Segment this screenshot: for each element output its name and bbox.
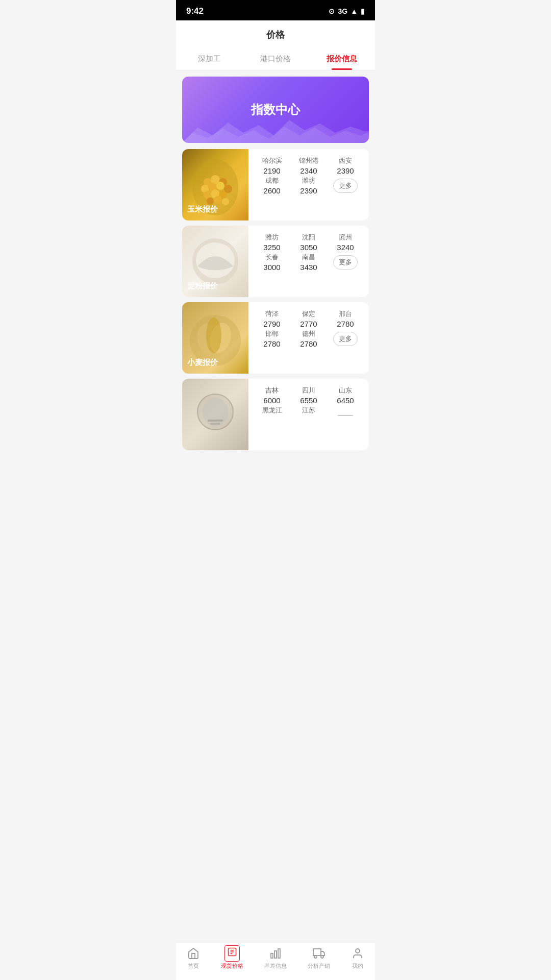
last-more-placeholder (328, 406, 363, 416)
city-chengdu: 成都 (255, 176, 289, 185)
corn-label: 玉米报价 (187, 205, 218, 214)
tab-quote-info[interactable]: 报价信息 (309, 48, 375, 70)
tab-deep-processing[interactable]: 深加工 (176, 48, 242, 70)
city-dezhou: 德州 (291, 329, 326, 338)
corn-more-btn[interactable]: 更多 (328, 176, 363, 195)
wheat-label: 小麦报价 (187, 358, 218, 368)
city-weifang-s: 潍坊 (255, 233, 289, 242)
city-jiangsu: 江苏 (291, 406, 326, 416)
starch-label: 淀粉报价 (187, 281, 218, 291)
svg-rect-24 (208, 420, 223, 422)
starch-image: 淀粉报价 (182, 226, 248, 297)
main-content: 指数中心 玉米报 (176, 70, 375, 497)
val-nanchang: 3430 (291, 263, 326, 272)
city-heze: 菏泽 (255, 309, 289, 318)
val-jinzhou: 2340 (291, 166, 326, 175)
corn-image: 玉米报价 (182, 149, 248, 220)
city-heilongjiang: 黑龙江 (255, 406, 289, 416)
city-shandong: 山东 (328, 386, 363, 395)
corn-price-card: 玉米报价 哈尔滨 锦州港 西安 2190 2340 2390 成都 潍坊 更多 … (182, 149, 369, 220)
corn-prices: 哈尔滨 锦州港 西安 2190 2340 2390 成都 潍坊 更多 2600 … (248, 149, 369, 220)
city-harbin: 哈尔滨 (255, 156, 289, 165)
val-dezhou: 2780 (291, 339, 326, 348)
val-sichuan: 6550 (291, 396, 326, 405)
val-chengdu: 2600 (255, 186, 289, 195)
val-changchun: 3000 (255, 263, 289, 272)
city-binzhou: 滨州 (328, 233, 363, 242)
city-changchun: 长春 (255, 253, 289, 262)
last-price-card: 吉林 四川 山东 6000 6550 6450 黑龙江 江苏 (182, 379, 369, 450)
svg-point-21 (206, 317, 221, 353)
index-center-banner[interactable]: 指数中心 (182, 77, 369, 143)
tab-bar: 深加工 港口价格 报价信息 (176, 48, 375, 70)
page-title: 价格 (176, 29, 375, 48)
svg-point-13 (207, 198, 214, 205)
val-xian: 2390 (328, 166, 363, 175)
signal-icon: ▲ (350, 7, 358, 15)
city-jilin: 吉林 (255, 386, 289, 395)
city-baoding: 保定 (291, 309, 326, 318)
starch-more-btn[interactable]: 更多 (328, 253, 363, 272)
val-handan: 2780 (255, 339, 289, 348)
city-shenyang: 沈阳 (291, 233, 326, 242)
city-handan: 邯郸 (255, 329, 289, 338)
svg-point-23 (203, 398, 228, 426)
wheat-price-card: 小麦报价 菏泽 保定 邢台 2790 2770 2780 邯郸 德州 更多 27… (182, 302, 369, 374)
val-binzhou: 3240 (328, 243, 363, 252)
banner-title: 指数中心 (251, 102, 300, 118)
val-harbin: 2190 (255, 166, 289, 175)
val-jilin: 6000 (255, 396, 289, 405)
svg-point-14 (214, 196, 222, 204)
network-label: 3G (338, 7, 347, 15)
val-baoding: 2770 (291, 320, 326, 328)
val-shandong: 6450 (328, 396, 363, 405)
svg-rect-25 (210, 423, 220, 425)
battery-icon: ▮ (361, 7, 365, 15)
val-weifang-s: 3250 (255, 243, 289, 252)
city-xian: 西安 (328, 156, 363, 165)
city-sichuan: 四川 (291, 386, 326, 395)
tab-port-price[interactable]: 港口价格 (242, 48, 309, 70)
svg-point-15 (222, 198, 229, 205)
last-prices: 吉林 四川 山东 6000 6550 6450 黑龙江 江苏 (248, 379, 369, 450)
city-nanchang: 南昌 (291, 253, 326, 262)
status-icons: ⊙ 3G ▲ ▮ (329, 7, 365, 15)
wheat-prices: 菏泽 保定 邢台 2790 2770 2780 邯郸 德州 更多 2780 27… (248, 302, 369, 374)
starch-price-card: 淀粉报价 潍坊 沈阳 滨州 3250 3050 3240 长春 南昌 更多 30… (182, 226, 369, 297)
val-heze: 2790 (255, 320, 289, 328)
status-time: 9:42 (186, 6, 204, 16)
wheat-image: 小麦报价 (182, 302, 248, 374)
status-bar: 9:42 ⊙ 3G ▲ ▮ (176, 0, 375, 20)
city-jinzhou: 锦州港 (291, 156, 326, 165)
header: 价格 深加工 港口价格 报价信息 (176, 20, 375, 70)
city-weifang: 潍坊 (291, 176, 326, 185)
val-weifang-corn: 2390 (291, 186, 326, 195)
hotspot-icon: ⊙ (329, 7, 335, 15)
last-image (182, 379, 248, 450)
wheat-more-btn[interactable]: 更多 (328, 329, 363, 348)
val-shenyang: 3050 (291, 243, 326, 252)
val-xingtai: 2780 (328, 320, 363, 328)
starch-prices: 潍坊 沈阳 滨州 3250 3050 3240 长春 南昌 更多 3000 34… (248, 226, 369, 297)
city-xingtai: 邢台 (328, 309, 363, 318)
svg-point-8 (216, 182, 224, 190)
